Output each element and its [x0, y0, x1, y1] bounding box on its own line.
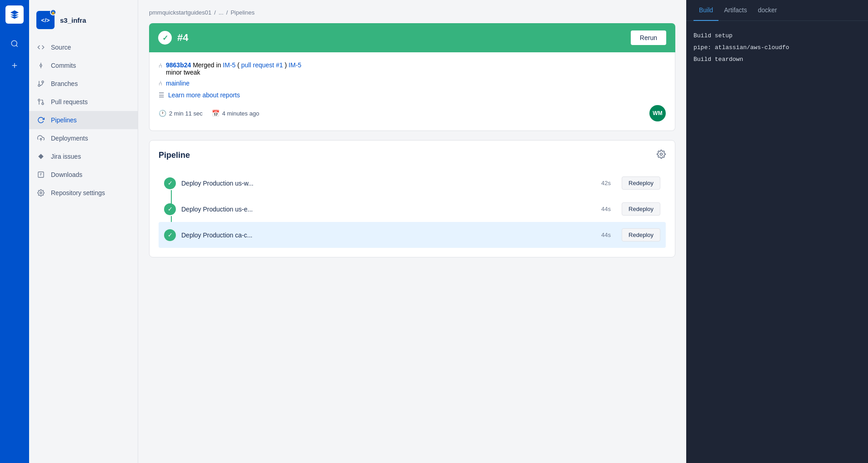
- step-item[interactable]: ✓ Deploy Production us-w... 42s Redeploy: [159, 170, 666, 196]
- svg-point-5: [42, 81, 44, 83]
- pipeline-settings-gear-icon[interactable]: [657, 150, 666, 161]
- downloads-label: Downloads: [51, 171, 82, 178]
- redeploy-button-2[interactable]: Redeploy: [622, 202, 660, 216]
- sidebar-item-deployments[interactable]: Deployments: [29, 129, 138, 147]
- lock-icon: 🔒: [50, 9, 56, 15]
- branches-label: Branches: [51, 80, 78, 87]
- log-line-2: pipe: atlassian/aws-cloudfo: [693, 42, 861, 54]
- log-line-3: Build teardown: [693, 54, 861, 65]
- pipeline-header: ✓ #4 Rerun: [149, 23, 675, 52]
- redeploy-button-3[interactable]: Redeploy: [622, 228, 660, 242]
- jira-label: Jira issues: [51, 153, 81, 160]
- sidebar-item-commits[interactable]: Commits: [29, 56, 138, 75]
- duration-item: 🕐 2 min 11 sec: [159, 110, 203, 117]
- step-item[interactable]: ✓ Deploy Production ca-c... 44s Redeploy: [159, 222, 666, 248]
- branch-name-link[interactable]: mainline: [166, 80, 190, 87]
- breadcrumb: pmmquickstartguides01 / ... / Pipelines: [149, 9, 675, 16]
- time-ago-text: 4 minutes ago: [222, 110, 259, 117]
- sidebar-nav: Source Commits Branches: [29, 38, 138, 202]
- svg-point-13: [40, 192, 42, 194]
- branch-icon: ⑃: [159, 80, 162, 87]
- commits-label: Commits: [51, 62, 76, 69]
- breadcrumb-org[interactable]: pmmquickstartguides01: [149, 9, 211, 16]
- duration-text: 2 min 11 sec: [169, 110, 203, 117]
- branch-line: ⑃ mainline: [159, 80, 666, 87]
- downloads-icon: [36, 170, 45, 179]
- pipeline-info: ⑃ 9863b24 Merged in IM-5 ( pull request …: [149, 52, 675, 131]
- branch1-link[interactable]: IM-5: [223, 61, 235, 69]
- svg-point-6: [38, 85, 40, 86]
- deployments-label: Deployments: [51, 135, 88, 142]
- svg-point-0: [11, 40, 17, 46]
- commit-dot-icon: ⑃: [159, 62, 162, 69]
- step-name-3: Deploy Production ca-c...: [181, 232, 596, 239]
- avatar: WM: [649, 105, 666, 121]
- sidebar-item-branches[interactable]: Branches: [29, 75, 138, 93]
- sidebar-item-jira[interactable]: Jira issues: [29, 147, 138, 166]
- redeploy-button-1[interactable]: Redeploy: [622, 176, 660, 190]
- sidebar-item-settings[interactable]: Repository settings: [29, 184, 138, 202]
- sidebar-item-pipelines[interactable]: Pipelines: [29, 111, 138, 129]
- pull-requests-label: Pull requests: [51, 98, 88, 106]
- steps-wrapper: ✓ Deploy Production us-w... 42s Redeploy…: [159, 170, 666, 248]
- deployments-icon: [36, 134, 45, 143]
- source-icon: [36, 43, 45, 52]
- tab-artifacts[interactable]: Artifacts: [718, 0, 753, 21]
- pull-requests-icon: [36, 97, 45, 106]
- repo-icon: </> 🔒: [36, 11, 55, 29]
- commit-line: ⑃ 9863b24 Merged in IM-5 ( pull request …: [159, 61, 666, 76]
- step-time-3: 44s: [601, 232, 611, 238]
- pipeline-steps-header: Pipeline: [159, 150, 666, 161]
- breadcrumb-current: Pipelines: [230, 9, 254, 16]
- step-time-2: 44s: [601, 206, 611, 212]
- merged-text: Merged in: [193, 61, 223, 69]
- right-panel: Build Artifacts docker Build setup pipe:…: [686, 0, 868, 463]
- main-content: pmmquickstartguides01 / ... / Pipelines …: [138, 0, 686, 463]
- settings-icon: [36, 188, 45, 197]
- reports-icon: ☰: [159, 91, 165, 99]
- commit-hash-link[interactable]: 9863b24: [166, 61, 191, 69]
- commit-message: minor tweak: [166, 69, 200, 76]
- search-icon[interactable]: [5, 35, 24, 53]
- meta-line: 🕐 2 min 11 sec 📅 4 minutes ago WM: [159, 105, 666, 121]
- svg-point-14: [660, 153, 663, 156]
- step-name-1: Deploy Production us-w...: [181, 180, 596, 187]
- breadcrumb-ellipsis[interactable]: ...: [219, 9, 224, 16]
- app-bar: [0, 0, 29, 463]
- pipeline-steps-card: Pipeline ✓ Deploy Production us-w... 42s…: [149, 140, 675, 257]
- step-check-icon-2: ✓: [164, 203, 176, 215]
- repo-header: </> 🔒 s3_infra: [29, 7, 138, 38]
- svg-point-7: [42, 103, 44, 105]
- reports-link[interactable]: Learn more about reports: [168, 91, 240, 99]
- sidebar: </> 🔒 s3_infra Source Commits: [29, 0, 138, 463]
- sidebar-item-pull-requests[interactable]: Pull requests: [29, 93, 138, 111]
- repo-settings-label: Repository settings: [51, 189, 105, 196]
- svg-point-8: [38, 99, 40, 101]
- app-logo[interactable]: [5, 5, 24, 24]
- plus-icon[interactable]: [5, 56, 24, 75]
- sidebar-item-source[interactable]: Source: [29, 38, 138, 56]
- pipeline-title: Pipeline: [159, 151, 190, 160]
- pull-request-link[interactable]: pull request #1: [241, 61, 283, 69]
- tab-docker[interactable]: docker: [753, 0, 783, 21]
- jira-icon: [36, 152, 45, 161]
- step-item[interactable]: ✓ Deploy Production us-e... 44s Redeploy: [159, 196, 666, 222]
- step-check-icon-1: ✓: [164, 177, 176, 189]
- right-panel-tabs: Build Artifacts docker: [686, 0, 868, 21]
- branch2-link[interactable]: IM-5: [289, 61, 301, 69]
- sidebar-item-downloads[interactable]: Downloads: [29, 166, 138, 184]
- branches-icon: [36, 79, 45, 88]
- commits-icon: [36, 61, 45, 70]
- pipeline-number: #4: [177, 32, 188, 44]
- calendar-icon: 📅: [212, 110, 219, 117]
- source-label: Source: [51, 44, 71, 51]
- reports-line: ☰ Learn more about reports: [159, 91, 666, 99]
- success-check-icon: ✓: [158, 31, 172, 45]
- right-panel-content: Build setup pipe: atlassian/aws-cloudfo …: [686, 21, 868, 463]
- rerun-button[interactable]: Rerun: [631, 30, 666, 45]
- svg-point-1: [40, 65, 42, 66]
- time-ago-item: 📅 4 minutes ago: [212, 110, 259, 117]
- clock-icon: 🕐: [159, 110, 166, 117]
- repo-name: s3_infra: [60, 16, 86, 24]
- tab-build[interactable]: Build: [693, 0, 718, 21]
